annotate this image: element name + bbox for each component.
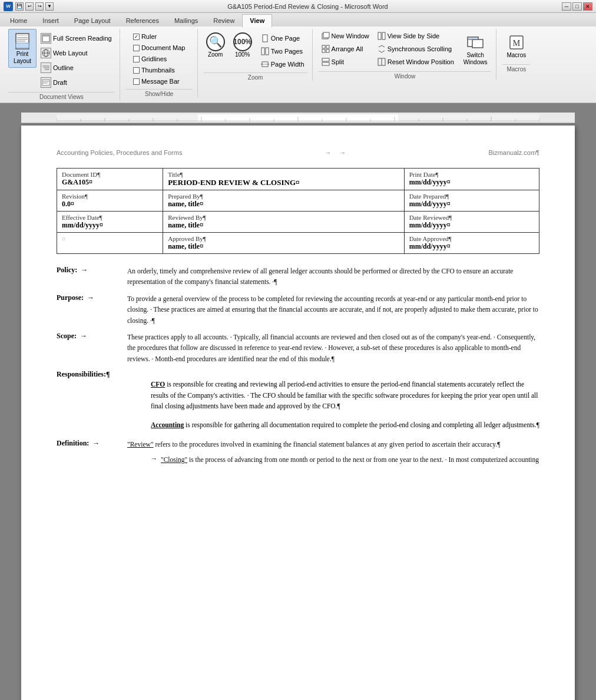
reset-window-position-btn[interactable]: Reset Window Position bbox=[375, 56, 457, 68]
full-screen-reading-icon bbox=[41, 33, 51, 44]
gridlines-label: Gridlines bbox=[141, 55, 167, 62]
macros-group-label: Macros bbox=[502, 64, 530, 72]
svg-rect-13 bbox=[45, 69, 49, 70]
cfo-label: CFO bbox=[151, 381, 165, 388]
draft-icon bbox=[41, 77, 51, 88]
svg-rect-36 bbox=[468, 37, 478, 39]
close-btn[interactable]: ✕ bbox=[583, 2, 592, 11]
message-bar-label: Message Bar bbox=[141, 78, 180, 85]
two-pages-btn[interactable]: Two Pages bbox=[258, 45, 307, 57]
definition-section: Definition: → "Review" refers to the pro… bbox=[57, 439, 539, 465]
gridlines-checkbox bbox=[133, 56, 140, 62]
tab-references[interactable]: References bbox=[118, 14, 167, 27]
new-window-btn[interactable]: New Window bbox=[319, 30, 372, 42]
tab-review[interactable]: Review bbox=[206, 14, 242, 27]
document-table: Document ID¶ G&A105¤ Title¶ PERIOD-END R… bbox=[57, 168, 539, 254]
scope-text: These practices apply to all accounts. ·… bbox=[127, 332, 539, 364]
switch-windows-btn[interactable]: SwitchWindows bbox=[459, 30, 492, 69]
scope-text-label: Scope: bbox=[57, 332, 77, 341]
tab-page-layout[interactable]: Page Layout bbox=[67, 14, 118, 27]
message-bar-checkbox bbox=[133, 78, 140, 85]
svg-rect-5 bbox=[16, 43, 29, 48]
draft-btn[interactable]: Draft bbox=[38, 75, 115, 90]
svg-rect-27 bbox=[326, 49, 329, 52]
svg-rect-26 bbox=[322, 49, 325, 52]
zoom-btn[interactable]: 🔍 Zoom bbox=[204, 30, 227, 60]
macros-btn[interactable]: M Macros bbox=[502, 30, 530, 62]
page-width-btn[interactable]: Page Width bbox=[258, 58, 307, 70]
zoom-pct-btn[interactable]: 100% 100% bbox=[231, 30, 254, 60]
full-screen-reading-btn[interactable]: Full Screen Reading bbox=[38, 31, 115, 45]
policy-section: Policy: → An orderly, timely and compreh… bbox=[57, 266, 539, 288]
date-reviewed-value: mm/dd/yyyy¤ bbox=[409, 221, 534, 230]
title-value: PERIOD-END REVIEW & CLOSING¤ bbox=[168, 178, 399, 187]
purpose-label: Purpose: → bbox=[57, 293, 127, 302]
print-layout-label: PrintLayout bbox=[14, 51, 31, 65]
policy-text-label: Policy: bbox=[57, 266, 77, 275]
two-pages-label: Two Pages bbox=[271, 48, 303, 55]
doc-id-value: G&A105¤ bbox=[62, 178, 158, 187]
table-row: Document ID¶ G&A105¤ Title¶ PERIOD-END R… bbox=[57, 169, 539, 190]
doc-header: Accounting Policies, Procedures and Form… bbox=[57, 149, 539, 156]
arrange-all-icon bbox=[322, 45, 330, 53]
definition-review-row: Definition: → "Review" refers to the pro… bbox=[57, 439, 539, 450]
doc-id-label: Document ID¶ bbox=[62, 171, 158, 178]
policy-arrow: → bbox=[81, 266, 88, 275]
quick-save-btn[interactable]: 💾 bbox=[15, 2, 24, 11]
ruler-btn[interactable]: ✓ Ruler bbox=[130, 31, 160, 42]
svg-text:M: M bbox=[513, 39, 521, 48]
one-page-icon bbox=[261, 34, 269, 42]
document-views-group: PrintLayout Full Screen Reading We bbox=[4, 29, 120, 100]
synchronous-scrolling-label: Synchronous Scrolling bbox=[388, 45, 452, 52]
definition-arrow: → bbox=[92, 439, 100, 448]
tab-home[interactable]: Home bbox=[2, 14, 35, 27]
zoom-group-label: Zoom bbox=[204, 72, 307, 81]
split-icon bbox=[322, 58, 330, 66]
zoom-icon: 🔍 bbox=[206, 32, 225, 51]
undo-btn[interactable]: ↩ bbox=[25, 2, 34, 11]
redo-btn[interactable]: ↪ bbox=[35, 2, 44, 11]
customize-btn[interactable]: ▼ bbox=[45, 2, 54, 11]
thumbnails-label: Thumbnails bbox=[141, 67, 175, 74]
page-width-label: Page Width bbox=[271, 61, 304, 68]
one-page-btn[interactable]: One Page bbox=[258, 32, 307, 44]
accounting-text: is responsible for gathering all documen… bbox=[184, 421, 539, 428]
title-bar: W 💾 ↩ ↪ ▼ G&A105 Period-End Review & Clo… bbox=[0, 0, 596, 13]
view-side-by-side-label: View Side by Side bbox=[388, 32, 439, 39]
split-btn[interactable]: Split bbox=[319, 56, 372, 68]
tab-insert[interactable]: Insert bbox=[35, 14, 67, 27]
reviewed-by-value: name, title¤ bbox=[168, 221, 399, 230]
title-label: Title¶ bbox=[168, 171, 399, 178]
view-side-by-side-btn[interactable]: View Side by Side bbox=[375, 30, 457, 42]
draft-label: Draft bbox=[53, 79, 67, 86]
web-layout-label: Web Layout bbox=[53, 49, 88, 57]
outline-btn[interactable]: Outline bbox=[38, 61, 115, 75]
svg-rect-18 bbox=[261, 48, 264, 55]
gridlines-btn[interactable]: Gridlines bbox=[130, 54, 170, 64]
ruler bbox=[21, 113, 575, 123]
print-date-cell: Print Date¶ mm/dd/yyyy¤ bbox=[404, 169, 539, 190]
synchronous-scrolling-btn[interactable]: Synchronous Scrolling bbox=[375, 43, 457, 55]
scope-label: Scope: → bbox=[57, 332, 127, 341]
thumbnails-btn[interactable]: Thumbnails bbox=[130, 65, 178, 75]
document-map-checkbox bbox=[133, 45, 140, 51]
tab-mailings[interactable]: Mailings bbox=[167, 14, 206, 27]
arrange-all-btn[interactable]: Arrange All bbox=[319, 43, 372, 55]
web-layout-btn[interactable]: Web Layout bbox=[38, 46, 115, 60]
restore-btn[interactable]: □ bbox=[572, 2, 582, 11]
message-bar-btn[interactable]: Message Bar bbox=[130, 76, 183, 87]
print-layout-btn[interactable]: PrintLayout bbox=[8, 29, 37, 68]
closing-text: is the process of advancing from one mon… bbox=[187, 456, 539, 463]
new-window-icon bbox=[322, 32, 330, 40]
date-reviewed-label: Date Reviewed¶ bbox=[409, 214, 534, 221]
definition-closing-row: → "Closing" is the process of advancing … bbox=[151, 454, 539, 465]
tab-view[interactable]: View bbox=[242, 14, 272, 27]
document-map-btn[interactable]: Document Map bbox=[130, 42, 188, 53]
document-map-label: Document Map bbox=[141, 44, 186, 51]
responsibilities-label: Responsibilities:¶ bbox=[57, 370, 539, 379]
ruler-checkbox: ✓ bbox=[133, 34, 140, 40]
date-prepared-label: Date Prepared¶ bbox=[409, 193, 534, 200]
revision-cell: Revision¶ 0.0¤ bbox=[57, 190, 163, 212]
table-row: Revision¶ 0.0¤ Prepared By¶ name, title¤… bbox=[57, 190, 539, 212]
minimize-btn[interactable]: ─ bbox=[562, 2, 571, 11]
